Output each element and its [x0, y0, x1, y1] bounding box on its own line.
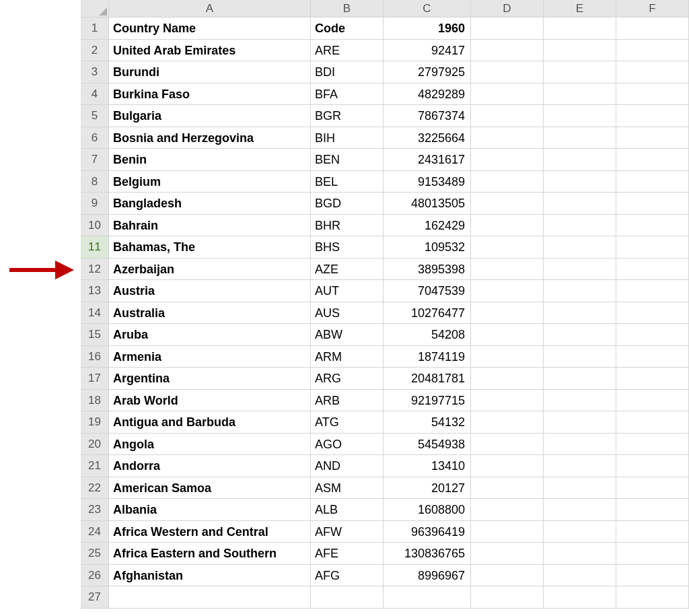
row-header[interactable]: 4: [81, 83, 109, 106]
cell-A[interactable]: [109, 586, 311, 609]
cell-A[interactable]: Arab World: [109, 390, 311, 412]
cell-F[interactable]: [616, 324, 689, 346]
cell-F[interactable]: [616, 565, 689, 587]
row-header[interactable]: 8: [81, 171, 109, 193]
row-header[interactable]: 15: [81, 324, 109, 346]
row-header[interactable]: 25: [81, 543, 109, 565]
cell-D[interactable]: [471, 18, 544, 40]
cell-D[interactable]: [471, 259, 544, 281]
cell-C[interactable]: 3895398: [384, 259, 471, 281]
cell-A[interactable]: Aruba: [109, 324, 311, 346]
cell-D[interactable]: [471, 280, 544, 302]
cell-E[interactable]: [544, 477, 616, 500]
cell-C[interactable]: 13410: [384, 455, 471, 477]
cell-E[interactable]: [544, 302, 616, 324]
cell-A[interactable]: Afghanistan: [109, 565, 311, 587]
cell-B[interactable]: ALB: [311, 499, 384, 521]
cell-B[interactable]: ARB: [311, 390, 384, 412]
cell-F[interactable]: [616, 193, 689, 215]
cell-B[interactable]: BDI: [311, 61, 384, 83]
cell-A[interactable]: Africa Western and Central: [109, 521, 311, 543]
cell-A[interactable]: American Samoa: [109, 477, 311, 500]
cell-B[interactable]: [311, 586, 384, 609]
cell-E[interactable]: [544, 236, 616, 259]
cell-F[interactable]: [616, 215, 689, 237]
cell-B[interactable]: AND: [311, 455, 384, 477]
cell-E[interactable]: [544, 586, 616, 609]
row-header[interactable]: 13: [81, 280, 109, 302]
cell-D[interactable]: [471, 215, 544, 237]
cell-B[interactable]: ABW: [311, 324, 384, 346]
cell-C[interactable]: 1874119: [384, 346, 471, 368]
cell-D[interactable]: [471, 521, 544, 543]
cell-F[interactable]: [616, 499, 689, 521]
cell-D[interactable]: [471, 477, 544, 500]
col-header-E[interactable]: E: [544, 0, 616, 18]
cell-A[interactable]: Africa Eastern and Southern: [109, 543, 311, 565]
cell-E[interactable]: [544, 171, 616, 193]
cell-A[interactable]: Bahrain: [109, 215, 311, 237]
cell-D[interactable]: [471, 411, 544, 434]
row-header[interactable]: 18: [81, 390, 109, 412]
cell-B[interactable]: AFW: [311, 521, 384, 543]
cell-E[interactable]: [544, 193, 616, 215]
cell-F[interactable]: [616, 477, 689, 500]
cell-D[interactable]: [471, 565, 544, 587]
cell-B[interactable]: BFA: [311, 83, 384, 106]
cell-B[interactable]: ARE: [311, 40, 384, 62]
cell-E[interactable]: [544, 543, 616, 565]
cell-E[interactable]: [544, 40, 616, 62]
cell-B[interactable]: AGO: [311, 434, 384, 456]
cell-C[interactable]: 10276477: [384, 302, 471, 324]
cell-C[interactable]: 130836765: [384, 543, 471, 565]
cell-B[interactable]: AFG: [311, 565, 384, 587]
cell-D[interactable]: [471, 193, 544, 215]
cell-F[interactable]: [616, 149, 689, 171]
cell-E[interactable]: [544, 434, 616, 456]
cell-A[interactable]: Antigua and Barbuda: [109, 411, 311, 434]
cell-D[interactable]: [471, 40, 544, 62]
row-header[interactable]: 12: [81, 259, 109, 281]
cell-A[interactable]: Bulgaria: [109, 105, 311, 127]
cell-B[interactable]: BGD: [311, 193, 384, 215]
cell-B[interactable]: BGR: [311, 105, 384, 127]
cell-D[interactable]: [471, 434, 544, 456]
spreadsheet[interactable]: A B C D E F 1Country NameCode19602United…: [81, 0, 689, 616]
cell-E[interactable]: [544, 61, 616, 83]
cell-A[interactable]: Benin: [109, 149, 311, 171]
cell-F[interactable]: [616, 280, 689, 302]
cell-C[interactable]: 162429: [384, 215, 471, 237]
row-header[interactable]: 20: [81, 434, 109, 456]
cell-F[interactable]: [616, 18, 689, 40]
cell-C[interactable]: 1960: [384, 18, 471, 40]
cell-F[interactable]: [616, 127, 689, 149]
cell-E[interactable]: [544, 18, 616, 40]
cell-C[interactable]: 9153489: [384, 171, 471, 193]
cell-D[interactable]: [471, 324, 544, 346]
row-header[interactable]: 19: [81, 411, 109, 434]
row-header[interactable]: 14: [81, 302, 109, 324]
cell-C[interactable]: 20481781: [384, 368, 471, 390]
cell-A[interactable]: Bosnia and Herzegovina: [109, 127, 311, 149]
col-header-C[interactable]: C: [384, 0, 471, 18]
col-header-F[interactable]: F: [616, 0, 689, 18]
cell-F[interactable]: [616, 40, 689, 62]
select-all-corner[interactable]: [81, 0, 109, 18]
row-header[interactable]: 17: [81, 368, 109, 390]
cell-C[interactable]: 7867374: [384, 105, 471, 127]
cell-C[interactable]: 109532: [384, 236, 471, 259]
cell-F[interactable]: [616, 83, 689, 106]
cell-F[interactable]: [616, 61, 689, 83]
cell-D[interactable]: [471, 586, 544, 609]
cell-A[interactable]: Country Name: [109, 18, 311, 40]
cell-B[interactable]: AZE: [311, 259, 384, 281]
cell-B[interactable]: BHS: [311, 236, 384, 259]
cell-B[interactable]: BEL: [311, 171, 384, 193]
cell-B[interactable]: AUS: [311, 302, 384, 324]
cell-C[interactable]: 92197715: [384, 390, 471, 412]
cell-F[interactable]: [616, 105, 689, 127]
cell-E[interactable]: [544, 127, 616, 149]
cell-D[interactable]: [471, 543, 544, 565]
cell-F[interactable]: [616, 521, 689, 543]
row-header[interactable]: 6: [81, 127, 109, 149]
